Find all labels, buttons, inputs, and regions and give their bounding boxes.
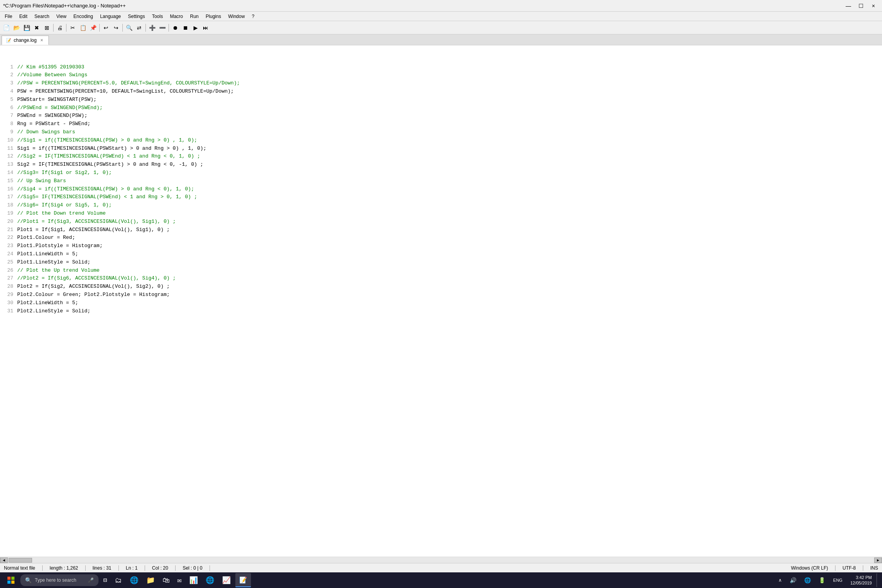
tray-network[interactable]: 🔊	[787, 573, 800, 587]
tb-closeall[interactable]: ⊠	[42, 23, 52, 32]
tb-zoomin[interactable]: ➕	[147, 23, 157, 32]
code-line-text: Plot1.Plotstyle = Histogram;	[17, 242, 102, 250]
tray-lang[interactable]: ENG	[830, 573, 846, 587]
start-button[interactable]	[3, 573, 19, 587]
status-sep4	[145, 565, 145, 571]
taskbar-app6[interactable]: 🌐	[203, 573, 217, 587]
scroll-track[interactable]	[8, 558, 874, 563]
minimize-button[interactable]: —	[843, 2, 854, 10]
tray-show-hidden[interactable]: ∧	[775, 573, 785, 587]
tb-print[interactable]: 🖨	[55, 23, 65, 32]
line-number: 27	[3, 274, 17, 283]
taskbar: 🔍 Type here to search 🎤 ⊟ 🗂 🌐 📁 🛍 ✉ 📊 🌐 …	[0, 572, 882, 588]
status-sep8	[863, 565, 863, 571]
code-line-text: // Plot the Down trend Volume	[17, 210, 106, 218]
tb-save[interactable]: 💾	[22, 23, 31, 32]
tb-sep3	[99, 24, 100, 32]
toolbar: 📄 📂 💾 ✖ ⊠ 🖨 ✂ 📋 📌 ↩ ↪ 🔍 ⇄ ➕ ➖ ⏺ ⏹ ▶ ⏭	[0, 21, 882, 34]
tb-close[interactable]: ✖	[32, 23, 41, 32]
menu-help[interactable]: ?	[249, 12, 258, 21]
scroll-right-btn[interactable]: ▶	[874, 558, 882, 563]
table-row: 4PSW = PERCENTSWING(PERCENT=10, DEFAULT=…	[3, 88, 879, 96]
taskbar-search[interactable]: 🔍 Type here to search 🎤	[20, 574, 99, 586]
menu-macro[interactable]: Macro	[167, 12, 186, 21]
table-row: 29Plot2.Colour = Green; Plot2.Plotstyle …	[3, 291, 879, 299]
taskbar-datetime[interactable]: 3:42 PM 12/05/2019	[847, 575, 875, 586]
tb-macro-run[interactable]: ⏭	[201, 23, 210, 32]
menu-settings[interactable]: Settings	[125, 12, 148, 21]
taskbar-explorer[interactable]: 🗂	[112, 573, 125, 587]
tb-macro-rec[interactable]: ⏺	[170, 23, 180, 32]
code-line-text: //Plot2 = If(Sig6, ACCSINCESIGNAL(Vol(),…	[17, 274, 176, 283]
menu-file[interactable]: File	[2, 12, 15, 21]
code-line-text: Plot2.LineStyle = Solid;	[17, 307, 90, 316]
tb-macro-play[interactable]: ▶	[191, 23, 200, 32]
line-number: 9	[3, 128, 17, 136]
line-number: 1	[3, 63, 17, 72]
table-row: 22Plot1.Colour = Red;	[3, 234, 879, 242]
close-button[interactable]: ×	[868, 2, 879, 10]
menu-edit[interactable]: Edit	[16, 12, 30, 21]
h-scrollbar[interactable]: ◀ ▶	[0, 557, 882, 563]
taskbar-mail[interactable]: ✉	[174, 573, 185, 587]
tab-close-button[interactable]: ×	[39, 38, 45, 43]
table-row: 9// Down Swings bars	[3, 128, 879, 136]
tray-volume[interactable]: 🌐	[801, 573, 814, 587]
table-row: 25Plot1.LineStyle = Solid;	[3, 258, 879, 267]
title-text: *C:\Program Files\Notepad++\change.log -…	[3, 3, 126, 9]
scroll-left-btn[interactable]: ◀	[0, 558, 8, 563]
tab-icon: 📝	[6, 38, 11, 43]
tray-battery[interactable]: 🔋	[816, 573, 828, 587]
taskbar-notepadpp[interactable]: 📝	[235, 573, 251, 587]
title-bar: *C:\Program Files\Notepad++\change.log -…	[0, 0, 882, 12]
menu-search[interactable]: Search	[31, 12, 52, 21]
menu-run[interactable]: Run	[187, 12, 202, 21]
code-line-text: //Sig3= If(Sig1 or Sig2, 1, 0);	[17, 169, 112, 177]
code-area[interactable]: 1// Kim #51395 201903032//Volume Between…	[0, 45, 882, 557]
menu-window[interactable]: Window	[225, 12, 248, 21]
line-number: 14	[3, 169, 17, 177]
tab-changelog[interactable]: 📝 change.log ×	[2, 36, 49, 45]
menu-view[interactable]: View	[53, 12, 70, 21]
table-row: 30Plot2.LineWidth = 5;	[3, 299, 879, 307]
line-number: 7	[3, 112, 17, 120]
maximize-button[interactable]: ☐	[855, 2, 866, 10]
taskbar-date-display: 12/05/2019	[850, 580, 872, 586]
menu-encoding[interactable]: Encoding	[70, 12, 96, 21]
line-number: 6	[3, 104, 17, 112]
tb-paste[interactable]: 📌	[88, 23, 98, 32]
line-number: 19	[3, 210, 17, 218]
menu-language[interactable]: Language	[97, 12, 124, 21]
status-ins: INS	[870, 565, 878, 571]
taskbar-store[interactable]: 🛍	[160, 573, 173, 587]
code-line-text: //Sig6= If(Sig4 or Sig5, 1, 0);	[17, 201, 112, 210]
code-lines: 1// Kim #51395 201903032//Volume Between…	[3, 63, 879, 316]
line-number: 2	[3, 71, 17, 79]
taskbar-time-display: 3:42 PM	[850, 575, 872, 580]
code-line-text: Plot2 = If(Sig2, ACCSINCESIGNAL(Vol(), S…	[17, 283, 170, 291]
show-desktop-button[interactable]	[877, 573, 879, 587]
task-view-button[interactable]: ⊟	[100, 573, 110, 587]
tb-sep5	[145, 24, 146, 32]
tb-undo[interactable]: ↩	[101, 23, 111, 32]
line-number: 8	[3, 120, 17, 128]
tb-copy[interactable]: 📋	[78, 23, 88, 32]
tb-replace[interactable]: ⇄	[134, 23, 144, 32]
scroll-thumb[interactable]	[9, 558, 32, 563]
tb-redo[interactable]: ↪	[111, 23, 121, 32]
tb-find[interactable]: 🔍	[124, 23, 134, 32]
tb-new[interactable]: 📄	[2, 23, 11, 32]
mic-icon: 🎤	[88, 577, 94, 583]
taskbar-edge[interactable]: 🌐	[127, 573, 142, 587]
tb-zoomout[interactable]: ➖	[158, 23, 167, 32]
taskbar-app7[interactable]: 📈	[219, 573, 234, 587]
taskbar-excel[interactable]: 📊	[186, 573, 201, 587]
line-number: 5	[3, 96, 17, 104]
tb-cut[interactable]: ✂	[68, 23, 77, 32]
taskbar-folder[interactable]: 📁	[143, 573, 158, 587]
menu-plugins[interactable]: Plugins	[203, 12, 224, 21]
table-row: 20//Plot1 = If(Sig3, ACCSINCESIGNAL(Vol(…	[3, 218, 879, 226]
tb-open[interactable]: 📂	[12, 23, 21, 32]
tb-macro-stop[interactable]: ⏹	[181, 23, 190, 32]
menu-tools[interactable]: Tools	[149, 12, 166, 21]
